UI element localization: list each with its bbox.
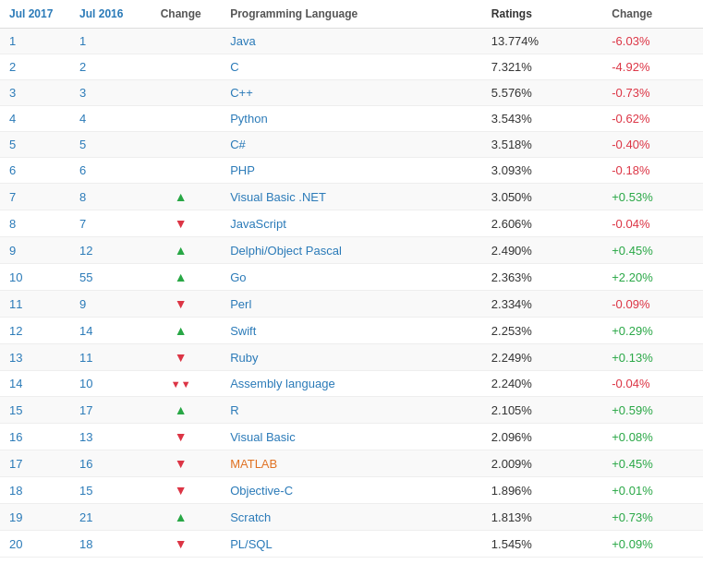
language-name[interactable]: Objective-C <box>221 477 482 504</box>
language-name[interactable]: R <box>221 397 482 424</box>
rating-change: +0.08% <box>602 424 703 450</box>
rating-value: 1.896% <box>482 477 602 504</box>
language-link[interactable]: Perl <box>230 297 251 311</box>
rating-value: 3.543% <box>482 106 602 132</box>
header-jul2016: Jul 2016 <box>70 0 140 29</box>
rating-change: -0.73% <box>602 80 703 106</box>
rank-2016: 8 <box>70 184 140 210</box>
language-name[interactable]: Assembly language <box>221 371 482 397</box>
rank-2016: 55 <box>70 264 140 291</box>
arrow-down2-icon: ▼▼ <box>171 378 191 390</box>
arrow-down-icon: ▼ <box>175 536 188 551</box>
rank-2016: 17 <box>70 397 140 424</box>
rank-2016: 12 <box>70 237 140 264</box>
change-indicator: ▲ <box>140 318 221 344</box>
table-row: 78▲Visual Basic .NET3.050%+0.53% <box>0 184 703 210</box>
table-row: 1716▼MATLAB2.009%+0.45% <box>0 450 703 477</box>
language-link[interactable]: Ruby <box>230 351 258 365</box>
header-ratings: Ratings <box>482 0 602 29</box>
language-link[interactable]: Visual Basic <box>230 430 296 444</box>
change-indicator: ▲ <box>140 504 221 531</box>
arrow-up-icon: ▲ <box>175 270 188 284</box>
rank-2016: 2 <box>70 54 140 80</box>
language-link[interactable]: Objective-C <box>230 484 293 498</box>
language-link[interactable]: C <box>230 60 238 74</box>
language-link[interactable]: Scratch <box>230 510 271 524</box>
change-indicator: ▼ <box>140 531 221 558</box>
language-name[interactable]: C++ <box>221 80 482 106</box>
table-row: 1517▲R2.105%+0.59% <box>0 397 703 424</box>
rank-2017: 5 <box>0 132 70 158</box>
table-row: 912▲Delphi/Object Pascal2.490%+0.45% <box>0 237 703 264</box>
language-link[interactable]: Visual Basic .NET <box>230 190 326 204</box>
table-row: 11Java13.774%-6.03% <box>0 29 703 54</box>
rank-2016: 3 <box>70 80 140 106</box>
rating-value: 2.490% <box>482 237 602 264</box>
change-indicator: ▲ <box>140 184 221 210</box>
language-link[interactable]: MATLAB <box>230 457 277 471</box>
language-name[interactable]: Java <box>221 29 482 54</box>
arrow-up-icon: ▲ <box>175 243 188 258</box>
language-name[interactable]: PHP <box>221 158 482 184</box>
language-name[interactable]: Python <box>221 106 482 132</box>
rating-value: 2.249% <box>482 344 602 371</box>
header-jul2017: Jul 2017 <box>0 0 70 29</box>
language-name[interactable]: Go <box>221 264 482 291</box>
language-link[interactable]: Java <box>230 34 255 48</box>
change-indicator: ▼ <box>140 477 221 504</box>
rating-value: 3.518% <box>482 132 602 158</box>
rank-2017: 7 <box>0 184 70 210</box>
rating-value: 2.363% <box>482 264 602 291</box>
rating-value: 2.105% <box>482 397 602 424</box>
language-name[interactable]: Delphi/Object Pascal <box>221 237 482 264</box>
table-row: 22C7.321%-4.92% <box>0 54 703 80</box>
arrow-down-icon: ▼ <box>175 350 188 365</box>
language-name[interactable]: C <box>221 54 482 80</box>
language-link[interactable]: Swift <box>230 324 256 338</box>
table-row: 1613▼Visual Basic2.096%+0.08% <box>0 424 703 450</box>
change-indicator <box>140 132 221 158</box>
rating-change: -4.92% <box>602 54 703 80</box>
language-link[interactable]: PHP <box>230 163 255 177</box>
language-link[interactable]: Go <box>230 270 246 284</box>
table-row: 44Python3.543%-0.62% <box>0 106 703 132</box>
language-name[interactable]: JavaScript <box>221 210 482 237</box>
language-name[interactable]: C# <box>221 132 482 158</box>
header-change: Change <box>140 0 221 29</box>
rank-2016: 18 <box>70 531 140 558</box>
language-link[interactable]: R <box>230 403 238 417</box>
language-name[interactable]: MATLAB <box>221 450 482 477</box>
rating-value: 5.576% <box>482 80 602 106</box>
arrow-down-icon: ▼ <box>175 296 188 311</box>
language-name[interactable]: Ruby <box>221 344 482 371</box>
rank-2016: 5 <box>70 132 140 158</box>
arrow-up-icon: ▲ <box>175 402 188 417</box>
language-name[interactable]: Scratch <box>221 504 482 531</box>
rating-change: +0.45% <box>602 450 703 477</box>
table-row: 66PHP3.093%-0.18% <box>0 158 703 184</box>
arrow-down-icon: ▼ <box>175 483 188 498</box>
language-link[interactable]: PL/SQL <box>230 537 273 551</box>
language-link[interactable]: C++ <box>230 86 253 100</box>
language-name[interactable]: Visual Basic <box>221 424 482 450</box>
change-indicator: ▲ <box>140 264 221 291</box>
language-link[interactable]: Delphi/Object Pascal <box>230 244 342 258</box>
language-link[interactable]: Python <box>230 112 267 126</box>
language-link[interactable]: JavaScript <box>230 217 286 231</box>
language-name[interactable]: Visual Basic .NET <box>221 184 482 210</box>
language-name[interactable]: Swift <box>221 318 482 344</box>
rating-change: -0.18% <box>602 158 703 184</box>
rank-2016: 1 <box>70 29 140 54</box>
language-link[interactable]: Assembly language <box>230 377 334 390</box>
change-indicator: ▼ <box>140 291 221 318</box>
language-link[interactable]: C# <box>230 138 246 151</box>
language-name[interactable]: Perl <box>221 291 482 318</box>
change-indicator: ▼ <box>140 344 221 371</box>
rating-change: +0.59% <box>602 397 703 424</box>
language-name[interactable]: PL/SQL <box>221 531 482 558</box>
rank-2016: 16 <box>70 450 140 477</box>
rating-value: 2.096% <box>482 424 602 450</box>
rating-change: +0.29% <box>602 318 703 344</box>
rank-2017: 8 <box>0 210 70 237</box>
rating-value: 1.813% <box>482 504 602 531</box>
